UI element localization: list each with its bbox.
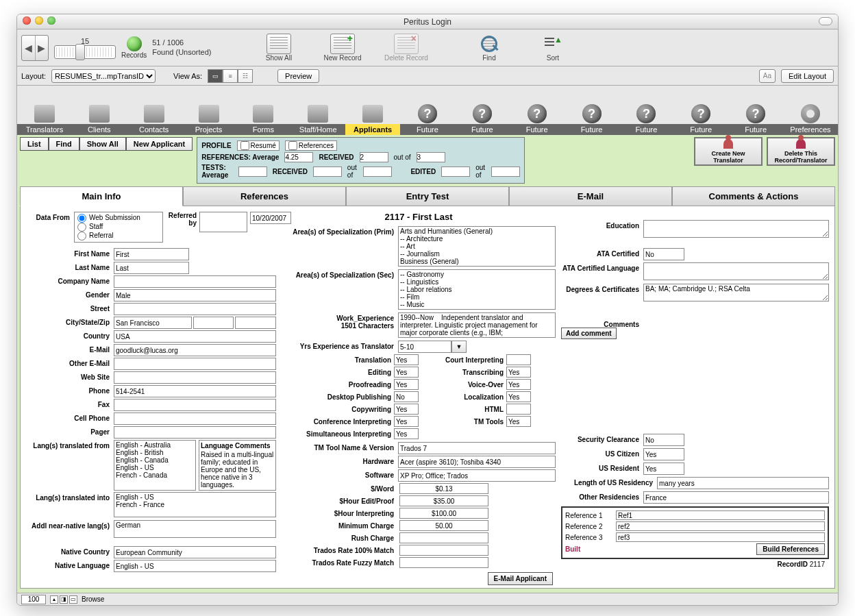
skill-voice[interactable] bbox=[506, 379, 531, 390]
layout-select[interactable]: RESUMES_tr...mpTransID bbox=[51, 69, 156, 83]
refs-avg-input[interactable] bbox=[284, 152, 313, 162]
skill-tmtools[interactable] bbox=[506, 416, 531, 427]
skill-copy[interactable] bbox=[394, 404, 419, 415]
length-residency-input[interactable] bbox=[657, 477, 829, 489]
flip-arrows[interactable]: ◀▶ bbox=[21, 35, 49, 61]
footer-icon-3[interactable]: ▭ bbox=[69, 595, 77, 604]
us-resident-input[interactable] bbox=[643, 463, 684, 475]
rate-perword[interactable] bbox=[399, 483, 488, 494]
skill-court[interactable] bbox=[506, 354, 531, 365]
tests-avg-input[interactable] bbox=[238, 167, 267, 177]
data-from-option[interactable]: Referral bbox=[77, 232, 160, 241]
rate-rush[interactable] bbox=[399, 532, 488, 543]
lang-into-textarea[interactable]: English - US French - France bbox=[114, 492, 276, 517]
last-name-input[interactable] bbox=[114, 262, 189, 274]
skill-dtp[interactable] bbox=[394, 391, 419, 402]
footer-icon-1[interactable]: ▴ bbox=[50, 595, 58, 604]
show-all-button-2[interactable]: Show All bbox=[79, 137, 126, 151]
edited-b-input[interactable] bbox=[491, 167, 520, 177]
nav-item-staffhome[interactable] bbox=[290, 88, 345, 124]
received2a-input[interactable] bbox=[313, 167, 342, 177]
find-button-2[interactable]: Find bbox=[49, 137, 79, 151]
view-form-button[interactable]: ▭ bbox=[208, 69, 223, 83]
tab-references[interactable]: References bbox=[183, 186, 346, 206]
referred-by-input[interactable] bbox=[199, 212, 247, 232]
record-slider[interactable] bbox=[54, 45, 116, 59]
received2b-input[interactable] bbox=[363, 167, 392, 177]
work-exp-textarea[interactable]: 1990--Now Independent translator and int… bbox=[398, 312, 556, 338]
new-applicant-button[interactable]: New Applicant bbox=[126, 137, 193, 151]
add-comment-button[interactable]: Add comment bbox=[561, 328, 617, 339]
edited-a-input[interactable] bbox=[441, 167, 470, 177]
phone-input[interactable] bbox=[114, 385, 276, 397]
other-email-input[interactable] bbox=[114, 358, 276, 370]
nav-label[interactable]: Future bbox=[455, 124, 510, 135]
nav-label[interactable]: Clients bbox=[72, 124, 127, 135]
street-input[interactable] bbox=[114, 303, 276, 315]
country-input[interactable] bbox=[114, 330, 276, 343]
edit-layout-button[interactable]: Edit Layout bbox=[781, 69, 834, 83]
skill-editing[interactable] bbox=[394, 367, 419, 378]
ata-lang-input[interactable] bbox=[643, 262, 829, 280]
nav-item-future[interactable]: ? bbox=[455, 88, 510, 124]
nav-label[interactable]: Translators bbox=[17, 124, 72, 135]
tab-main-info[interactable]: Main Info bbox=[20, 186, 183, 206]
footer-icon-2[interactable]: ◨ bbox=[60, 595, 68, 604]
nav-item-contacts[interactable] bbox=[127, 88, 182, 124]
slider-knob[interactable] bbox=[75, 44, 85, 60]
email-input[interactable] bbox=[114, 344, 276, 356]
skill-conf[interactable] bbox=[394, 416, 419, 427]
nav-label[interactable]: Future bbox=[510, 124, 565, 135]
nav-label[interactable]: Applicants bbox=[345, 124, 400, 135]
received1a-input[interactable] bbox=[360, 152, 388, 162]
nav-label[interactable]: Forms bbox=[236, 124, 290, 135]
first-name-input[interactable] bbox=[114, 248, 189, 260]
rate-tradosfuzzy[interactable] bbox=[399, 557, 488, 568]
zoom-input[interactable] bbox=[21, 595, 46, 604]
view-table-button[interactable]: ☷ bbox=[238, 69, 253, 83]
other-residencies-input[interactable] bbox=[643, 491, 829, 504]
data-from-option[interactable]: Web Submission bbox=[77, 214, 160, 223]
minimize-icon[interactable] bbox=[35, 16, 43, 25]
data-from-radio-group[interactable]: Web SubmissionStaffReferral bbox=[74, 212, 163, 243]
addl-lang-textarea[interactable]: German bbox=[114, 520, 276, 538]
nav-item-translators[interactable] bbox=[17, 88, 72, 124]
cellphone-input[interactable] bbox=[114, 412, 276, 425]
create-translator-button[interactable]: Create New Translator bbox=[694, 137, 763, 166]
nav-item-future[interactable]: ? bbox=[565, 88, 619, 124]
nav-label[interactable]: Future bbox=[565, 124, 619, 135]
ref1-input[interactable] bbox=[616, 510, 825, 520]
references-checkbox[interactable]: References bbox=[285, 140, 337, 151]
nav-label[interactable]: Staff/Home bbox=[290, 124, 345, 135]
view-list-button[interactable]: ≡ bbox=[223, 69, 238, 83]
spec-sec-textarea[interactable]: -- Gastronomy -- Linguistics -- Labor re… bbox=[398, 269, 556, 310]
yrs-dropdown-button[interactable]: ▼ bbox=[451, 341, 467, 353]
sec-clear-input[interactable] bbox=[643, 434, 684, 446]
show-all-button[interactable]: Show All bbox=[249, 34, 308, 62]
resume-checkbox[interactable]: Resumé bbox=[237, 140, 280, 151]
list-button[interactable]: List bbox=[20, 137, 49, 151]
nav-item-future[interactable]: ? bbox=[510, 88, 565, 124]
city-input[interactable] bbox=[114, 317, 192, 329]
rate-interp[interactable] bbox=[399, 508, 488, 519]
nav-label[interactable]: Projects bbox=[182, 124, 236, 135]
native-lang-input[interactable] bbox=[114, 560, 276, 572]
lang-from-textarea[interactable]: English - Australia English - British En… bbox=[114, 440, 196, 491]
received1b-input[interactable] bbox=[417, 152, 445, 162]
zip-input[interactable] bbox=[235, 317, 276, 329]
nav-label[interactable]: Contacts bbox=[127, 124, 182, 135]
window-pill[interactable] bbox=[819, 17, 832, 25]
hardware-input[interactable] bbox=[398, 456, 556, 468]
rate-trados100[interactable] bbox=[399, 545, 488, 556]
nav-item-applicants[interactable] bbox=[345, 88, 400, 124]
email-applicant-button[interactable]: E-Mail Applicant bbox=[488, 572, 553, 585]
website-input[interactable] bbox=[114, 371, 276, 384]
education-input[interactable] bbox=[643, 220, 829, 238]
find-button[interactable]: Find bbox=[460, 34, 518, 62]
tab-comments---actions[interactable]: Comments & Actions bbox=[672, 186, 835, 206]
yrs-exp-input[interactable] bbox=[398, 341, 451, 353]
ref2-input[interactable] bbox=[616, 521, 825, 531]
gender-input[interactable] bbox=[114, 289, 276, 301]
skill-local[interactable] bbox=[506, 391, 531, 402]
fax-input[interactable] bbox=[114, 399, 276, 411]
